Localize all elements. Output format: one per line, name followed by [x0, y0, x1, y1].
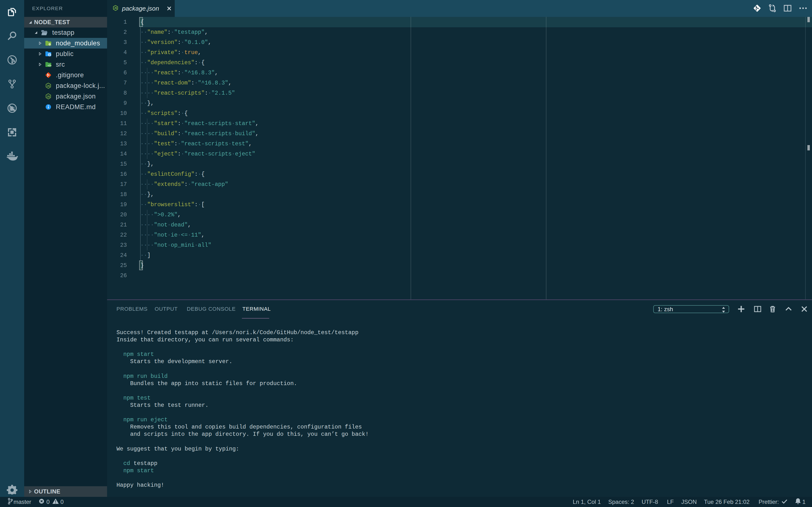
- svg-text:JS: JS: [47, 84, 50, 88]
- svg-text:JS: JS: [114, 7, 117, 9]
- svg-text:JS: JS: [47, 95, 50, 98]
- svg-text:</>: </>: [48, 64, 51, 67]
